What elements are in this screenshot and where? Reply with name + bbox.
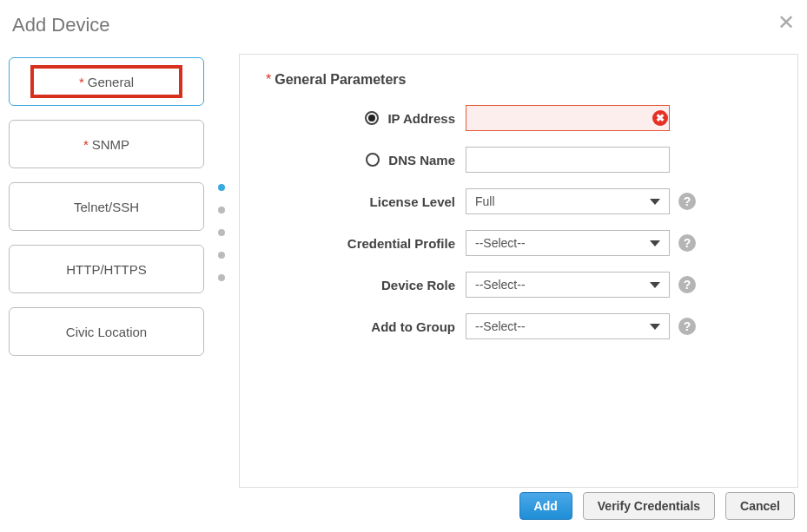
license-level-label: License Level: [370, 194, 455, 209]
help-icon[interactable]: ?: [678, 276, 696, 293]
device-role-select[interactable]: --Select--: [466, 272, 670, 298]
radio-ip-address[interactable]: [365, 111, 379, 125]
tab-civic-location[interactable]: Civic Location: [9, 307, 204, 356]
chevron-down-icon: [650, 199, 660, 205]
credential-profile-select[interactable]: --Select--: [466, 230, 670, 256]
help-icon[interactable]: ?: [678, 318, 696, 335]
cancel-button[interactable]: Cancel: [725, 492, 795, 520]
chevron-down-icon: [650, 240, 660, 246]
dialog-footer: Add Verify Credentials Cancel: [519, 492, 795, 520]
device-role-label: Device Role: [381, 278, 455, 292]
step-dots: [213, 54, 230, 488]
step-dot: [218, 229, 225, 236]
radio-dns-name[interactable]: [366, 153, 380, 167]
step-dot: [218, 207, 225, 213]
tab-telnet-ssh[interactable]: Telnet/SSH: [9, 182, 204, 231]
tab-label: SNMP: [92, 137, 129, 152]
credential-profile-label: Credential Profile: [347, 236, 455, 251]
help-icon[interactable]: ?: [678, 234, 696, 252]
highlight-box: [30, 65, 182, 98]
help-icon[interactable]: ?: [678, 193, 696, 210]
add-to-group-select[interactable]: --Select--: [466, 313, 670, 339]
select-value: --Select--: [475, 319, 526, 333]
dialog-title: Add Device: [0, 0, 807, 36]
tab-label: HTTP/HTTPS: [66, 262, 147, 277]
select-value: --Select--: [475, 236, 526, 250]
tab-general[interactable]: *General: [9, 57, 204, 106]
tab-label: Telnet/SSH: [74, 200, 139, 214]
tab-sidebar: *General *SNMP Telnet/SSH HTTP/HTTPS Civ…: [9, 54, 204, 488]
form-panel: *General Parameters IP Address ✖ DNS Nam…: [239, 54, 798, 488]
step-dot: [218, 184, 225, 191]
dns-name-input[interactable]: [466, 147, 670, 173]
required-star: *: [83, 137, 89, 152]
add-button[interactable]: Add: [519, 492, 572, 520]
select-value: Full: [475, 194, 495, 208]
chevron-down-icon: [650, 282, 660, 288]
close-icon[interactable]: ✕: [777, 12, 795, 33]
step-dot: [218, 252, 225, 259]
tab-label: Civic Location: [66, 325, 147, 339]
chevron-down-icon: [650, 324, 660, 330]
step-dot: [218, 274, 225, 281]
panel-title: *General Parameters: [266, 72, 771, 88]
tab-snmp[interactable]: *SNMP: [9, 120, 204, 168]
select-value: --Select--: [475, 278, 526, 292]
error-icon: ✖: [652, 110, 668, 126]
tab-http-https[interactable]: HTTP/HTTPS: [9, 245, 204, 293]
ip-address-input[interactable]: [466, 105, 670, 131]
dns-name-label: DNS Name: [388, 153, 455, 167]
verify-credentials-button[interactable]: Verify Credentials: [583, 492, 715, 520]
add-to-group-label: Add to Group: [371, 319, 455, 334]
license-level-select[interactable]: Full: [466, 188, 670, 214]
ip-address-label: IP Address: [387, 111, 455, 126]
